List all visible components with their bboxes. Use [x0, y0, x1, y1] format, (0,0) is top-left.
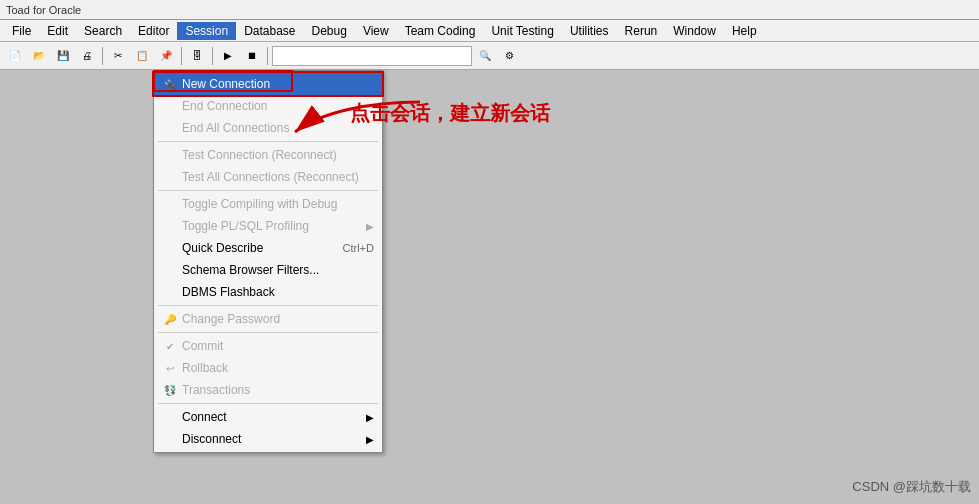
toolbar-btn-search[interactable]: 🔍	[474, 45, 496, 67]
toolbar-btn-copy[interactable]: 📋	[131, 45, 153, 67]
menu-help[interactable]: Help	[724, 22, 765, 40]
toggle-profiling-arrow-icon: ▶	[366, 221, 374, 232]
menu-entry-end-connection[interactable]: End Connection	[154, 95, 382, 117]
menu-entry-toggle-profiling[interactable]: Toggle PL/SQL Profiling ▶	[154, 215, 382, 237]
menu-entry-new-connection[interactable]: 🔌 New Connection	[154, 73, 382, 95]
menu-unit-testing[interactable]: Unit Testing	[483, 22, 561, 40]
test-all-connections-label: Test All Connections (Reconnect)	[182, 170, 359, 184]
menu-entry-disconnect[interactable]: Disconnect ▶	[154, 428, 382, 450]
toolbar-btn-db[interactable]: 🗄	[186, 45, 208, 67]
toggle-profiling-label: Toggle PL/SQL Profiling	[182, 219, 309, 233]
watermark-text: CSDN @踩坑数十载	[852, 478, 971, 496]
toolbar: 📄 📂 💾 🖨 ✂ 📋 📌 🗄 ▶ ⏹ 🔍 ⚙	[0, 42, 979, 70]
toolbar-btn-open[interactable]: 📂	[28, 45, 50, 67]
main-content: 🔌 New Connection End Connection End All …	[0, 70, 979, 504]
toolbar-sep-4	[267, 47, 268, 65]
menu-team-coding[interactable]: Team Coding	[397, 22, 484, 40]
toggle-compiling-icon	[162, 196, 178, 212]
menu-view[interactable]: View	[355, 22, 397, 40]
end-all-connections-icon	[162, 120, 178, 136]
toolbar-btn-settings[interactable]: ⚙	[498, 45, 520, 67]
menu-debug[interactable]: Debug	[304, 22, 355, 40]
toolbar-search-input[interactable]	[272, 46, 472, 66]
rollback-label: Rollback	[182, 361, 228, 375]
schema-browser-icon	[162, 262, 178, 278]
change-password-icon: 🔑	[162, 311, 178, 327]
disconnect-icon	[162, 431, 178, 447]
toolbar-btn-paste[interactable]: 📌	[155, 45, 177, 67]
toolbar-sep-3	[212, 47, 213, 65]
menu-entry-transactions[interactable]: 💱 Transactions	[154, 379, 382, 401]
toolbar-btn-save[interactable]: 💾	[52, 45, 74, 67]
menu-search[interactable]: Search	[76, 22, 130, 40]
toolbar-sep-2	[181, 47, 182, 65]
quick-describe-icon	[162, 240, 178, 256]
connect-arrow-icon: ▶	[366, 412, 374, 423]
menu-sep-2	[158, 190, 378, 191]
menu-entry-quick-describe[interactable]: Quick Describe Ctrl+D	[154, 237, 382, 259]
menu-sep-4	[158, 332, 378, 333]
quick-describe-shortcut: Ctrl+D	[323, 242, 374, 254]
menu-entry-schema-browser-filters[interactable]: Schema Browser Filters...	[154, 259, 382, 281]
connect-label: Connect	[182, 410, 227, 424]
end-connection-label: End Connection	[182, 99, 267, 113]
menu-sep-1	[158, 141, 378, 142]
toggle-profiling-icon	[162, 218, 178, 234]
new-connection-icon: 🔌	[162, 76, 178, 92]
menu-entry-dbms-flashback[interactable]: DBMS Flashback	[154, 281, 382, 303]
toolbar-btn-stop[interactable]: ⏹	[241, 45, 263, 67]
commit-icon: ✔	[162, 338, 178, 354]
menu-entry-test-all-connections[interactable]: Test All Connections (Reconnect)	[154, 166, 382, 188]
menu-file[interactable]: File	[4, 22, 39, 40]
test-all-connections-icon	[162, 169, 178, 185]
schema-browser-label: Schema Browser Filters...	[182, 263, 319, 277]
annotation-text: 点击会话，建立新会话	[350, 100, 550, 127]
menu-utilities[interactable]: Utilities	[562, 22, 617, 40]
menu-entry-rollback[interactable]: ↩ Rollback	[154, 357, 382, 379]
menu-entry-test-connection[interactable]: Test Connection (Reconnect)	[154, 144, 382, 166]
menu-database[interactable]: Database	[236, 22, 303, 40]
end-all-connections-label: End All Connections	[182, 121, 289, 135]
toolbar-sep-1	[102, 47, 103, 65]
transactions-label: Transactions	[182, 383, 250, 397]
menu-sep-5	[158, 403, 378, 404]
end-connection-icon	[162, 98, 178, 114]
app-title: Toad for Oracle	[6, 4, 81, 16]
commit-label: Commit	[182, 339, 223, 353]
menu-editor[interactable]: Editor	[130, 22, 177, 40]
dbms-flashback-icon	[162, 284, 178, 300]
disconnect-label: Disconnect	[182, 432, 241, 446]
menu-entry-commit[interactable]: ✔ Commit	[154, 335, 382, 357]
toolbar-btn-new[interactable]: 📄	[4, 45, 26, 67]
connect-icon	[162, 409, 178, 425]
toolbar-btn-run[interactable]: ▶	[217, 45, 239, 67]
menu-entry-end-all-connections[interactable]: End All Connections	[154, 117, 382, 139]
toolbar-btn-cut[interactable]: ✂	[107, 45, 129, 67]
change-password-label: Change Password	[182, 312, 280, 326]
menu-entry-toggle-compiling[interactable]: Toggle Compiling with Debug	[154, 193, 382, 215]
quick-describe-label: Quick Describe	[182, 241, 263, 255]
menu-bar: File Edit Search Editor Session Database…	[0, 20, 979, 42]
toolbar-btn-print[interactable]: 🖨	[76, 45, 98, 67]
transactions-icon: 💱	[162, 382, 178, 398]
menu-rerun[interactable]: Rerun	[617, 22, 666, 40]
menu-entry-connect[interactable]: Connect ▶	[154, 406, 382, 428]
menu-sep-3	[158, 305, 378, 306]
test-connection-icon	[162, 147, 178, 163]
menu-edit[interactable]: Edit	[39, 22, 76, 40]
disconnect-arrow-icon: ▶	[366, 434, 374, 445]
new-connection-label: New Connection	[182, 77, 270, 91]
title-bar: Toad for Oracle	[0, 0, 979, 20]
session-dropdown-menu: 🔌 New Connection End Connection End All …	[153, 70, 383, 453]
dbms-flashback-label: DBMS Flashback	[182, 285, 275, 299]
test-connection-label: Test Connection (Reconnect)	[182, 148, 337, 162]
menu-window[interactable]: Window	[665, 22, 724, 40]
menu-entry-change-password[interactable]: 🔑 Change Password	[154, 308, 382, 330]
toggle-compiling-label: Toggle Compiling with Debug	[182, 197, 337, 211]
rollback-icon: ↩	[162, 360, 178, 376]
menu-session[interactable]: Session	[177, 22, 236, 40]
